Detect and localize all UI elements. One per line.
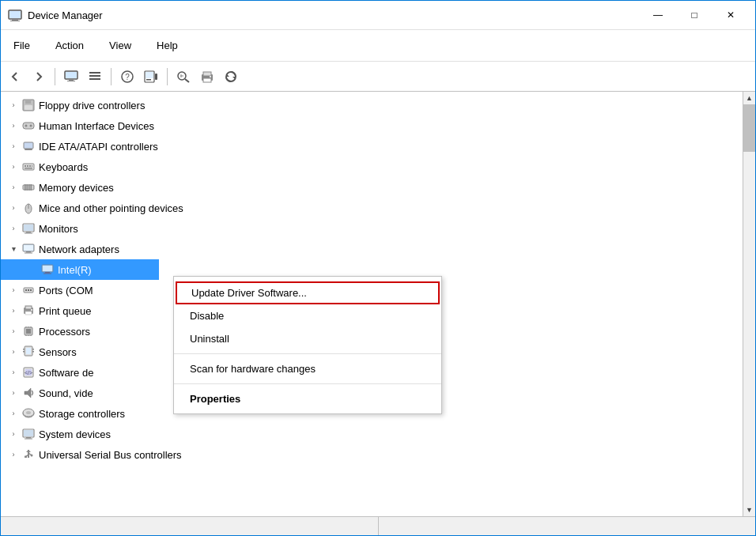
toolbar-help[interactable]: ? (116, 66, 138, 88)
expand-monitors[interactable]: › (7, 222, 20, 235)
toolbar-refresh[interactable] (220, 66, 242, 88)
svg-rect-62 (28, 289, 29, 291)
svg-rect-42 (25, 184, 26, 191)
svg-rect-37 (27, 165, 28, 167)
expand-softdev[interactable]: › (7, 366, 20, 379)
menu-help[interactable]: Help (150, 36, 184, 55)
tree-item-ide[interactable]: › IDE ATA/ATAPI controllers (1, 136, 743, 157)
toolbar-computer[interactable] (60, 66, 82, 88)
label-usb: Universal Serial Bus controllers (39, 449, 182, 461)
context-menu-uninstall[interactable]: Uninstall (174, 327, 441, 350)
svg-rect-63 (30, 289, 32, 291)
icon-network (21, 242, 36, 256)
expand-floppy[interactable]: › (7, 99, 20, 111)
tree-item-keyboards[interactable]: › Keyboards (1, 157, 743, 177)
svg-rect-3 (9, 11, 21, 18)
label-softdev: Software de (39, 367, 93, 379)
menu-view[interactable]: View (103, 36, 138, 55)
expand-hid[interactable]: › (7, 119, 20, 132)
svg-point-96 (31, 455, 33, 457)
context-menu-scan[interactable]: Scan for hardware changes (174, 357, 441, 380)
svg-rect-22 (203, 72, 211, 76)
expand-sound[interactable]: › (7, 387, 20, 399)
menu-file[interactable]: File (7, 36, 36, 55)
window-controls: — □ ✕ (640, 1, 749, 30)
toolbar-search[interactable] (172, 66, 195, 88)
tree-item-monitors[interactable]: › Monitors (1, 218, 743, 239)
minimize-button[interactable]: — (640, 1, 676, 30)
menu-action[interactable]: Action (49, 36, 90, 55)
scroll-down[interactable]: ▼ (743, 504, 756, 516)
expand-memory[interactable]: › (7, 181, 20, 194)
svg-rect-8 (89, 72, 100, 74)
tree-item-floppy[interactable]: › Floppy drive controllers (1, 95, 743, 115)
toolbar-list[interactable] (84, 66, 106, 88)
svg-rect-38 (29, 165, 31, 167)
expand-usb[interactable]: › (7, 448, 20, 461)
tree-item-network[interactable]: ▾ Network adapters (1, 239, 743, 259)
icon-storage (21, 406, 36, 421)
label-floppy: Floppy drive controllers (39, 100, 145, 111)
svg-rect-10 (89, 78, 100, 80)
svg-rect-61 (25, 289, 27, 291)
svg-rect-44 (28, 184, 30, 191)
svg-rect-55 (25, 253, 32, 254)
context-menu-properties[interactable]: Properties (174, 387, 441, 410)
icon-hid (21, 119, 36, 133)
scroll-thumb[interactable] (743, 104, 755, 152)
expand-sensors[interactable]: › (7, 345, 20, 358)
icon-sound (21, 386, 36, 400)
main-content: › Floppy drive controllers › (1, 92, 755, 516)
disable-label: Disable (190, 310, 224, 322)
expand-ports[interactable]: › (7, 284, 20, 296)
tree-item-usb[interactable]: › Universal Serial Bus controllers (1, 444, 743, 465)
tree-item-hid[interactable]: › Human Interface Devices (1, 115, 743, 136)
svg-rect-23 (203, 78, 211, 82)
scroll-up[interactable]: ▲ (743, 92, 756, 104)
svg-line-18 (185, 79, 189, 82)
scroll-track[interactable] (743, 104, 755, 504)
icon-floppy (21, 98, 36, 112)
expand-mice[interactable]: › (7, 202, 20, 214)
svg-rect-28 (25, 100, 31, 104)
tree-item-memory[interactable]: › Memory devices (1, 177, 743, 198)
context-menu-disable[interactable]: Disable (174, 304, 441, 327)
expand-network[interactable]: ▾ (7, 243, 20, 255)
toolbar-properties[interactable] (140, 66, 162, 88)
expand-proc[interactable]: › (7, 325, 20, 338)
expand-storage[interactable]: › (7, 407, 20, 420)
context-menu-update[interactable]: Update Driver Software... (176, 281, 440, 304)
icon-monitors (21, 221, 36, 236)
close-button[interactable]: ✕ (713, 1, 749, 30)
svg-marker-94 (26, 450, 31, 452)
icon-proc (21, 324, 36, 338)
maximize-button[interactable]: □ (676, 1, 713, 30)
scrollbar[interactable]: ▲ ▼ (743, 92, 755, 516)
label-monitors: Monitors (39, 223, 78, 235)
context-menu-sep1 (174, 353, 441, 354)
toolbar-back[interactable] (4, 66, 26, 88)
svg-rect-34 (25, 149, 32, 150)
tree-item-system[interactable]: › System devices (1, 424, 743, 444)
svg-rect-65 (25, 306, 32, 309)
svg-rect-36 (25, 165, 26, 167)
uninstall-label: Uninstall (190, 333, 229, 345)
tree-item-intel[interactable]: Intel(R) (1, 259, 159, 280)
svg-point-32 (30, 125, 32, 127)
label-intel: Intel(R) (58, 264, 92, 276)
label-ide: IDE ATA/ATAPI controllers (39, 141, 158, 153)
window-title: Device Manager (28, 9, 640, 21)
expand-keyboards[interactable]: › (7, 160, 20, 173)
expand-ide[interactable]: › (7, 140, 20, 153)
svg-text:</>: </> (25, 370, 32, 376)
menubar: File Action View Help (1, 30, 755, 62)
expand-system[interactable]: › (7, 428, 20, 440)
toolbar-forward[interactable] (28, 66, 50, 88)
svg-rect-16 (155, 74, 157, 80)
icon-ide (21, 139, 36, 153)
svg-rect-40 (25, 168, 32, 169)
svg-rect-92 (25, 439, 32, 440)
expand-print[interactable]: › (7, 304, 20, 317)
tree-item-mice[interactable]: › Mice and other pointing devices (1, 198, 743, 218)
toolbar-print[interactable] (196, 66, 218, 88)
